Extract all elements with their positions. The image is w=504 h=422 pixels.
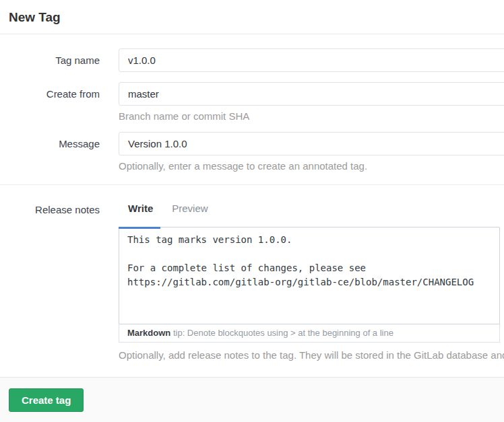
tag-name-row: Tag name bbox=[0, 48, 504, 72]
message-help: Optionally, enter a message to create an… bbox=[119, 160, 504, 172]
markdown-editor: This tag marks version 1.0.0. For a comp… bbox=[119, 227, 500, 343]
section-divider bbox=[0, 184, 504, 185]
new-tag-form: Tag name Create from Branch name or comm… bbox=[0, 34, 504, 361]
release-notes-help: Optionally, add release notes to the tag… bbox=[119, 349, 504, 361]
tab-preview[interactable]: Preview bbox=[162, 201, 217, 221]
create-from-label: Create from bbox=[0, 82, 100, 122]
message-row: Message Optionally, enter a message to c… bbox=[0, 132, 504, 172]
release-notes-textarea[interactable]: This tag marks version 1.0.0. For a comp… bbox=[119, 227, 500, 324]
tag-name-input[interactable] bbox=[119, 48, 504, 72]
tab-write[interactable]: Write bbox=[119, 201, 162, 221]
create-from-help: Branch name or commit SHA bbox=[119, 110, 504, 122]
create-from-input[interactable] bbox=[119, 82, 504, 106]
release-notes-label: Release notes bbox=[0, 201, 100, 361]
create-tag-button[interactable]: Create tag bbox=[9, 388, 84, 412]
message-label: Message bbox=[0, 132, 100, 172]
markdown-tip-text: tip: Denote blockquotes using > at the b… bbox=[170, 328, 393, 338]
create-from-row: Create from Branch name or commit SHA bbox=[0, 82, 504, 122]
editor-tabs: Write Preview bbox=[119, 201, 504, 227]
markdown-tip: Markdown tip: Denote blockquotes using >… bbox=[119, 324, 500, 343]
tag-name-label: Tag name bbox=[0, 48, 100, 72]
form-actions-footer: Create tag bbox=[0, 377, 504, 422]
release-notes-row: Release notes Write Preview This tag mar… bbox=[0, 201, 504, 361]
markdown-tip-prefix: Markdown bbox=[127, 328, 170, 338]
new-tag-page: New Tag Tag name Create from Branch name… bbox=[0, 0, 504, 361]
message-input[interactable] bbox=[119, 132, 504, 155]
page-title: New Tag bbox=[0, 0, 504, 34]
active-tab-indicator bbox=[119, 227, 160, 229]
